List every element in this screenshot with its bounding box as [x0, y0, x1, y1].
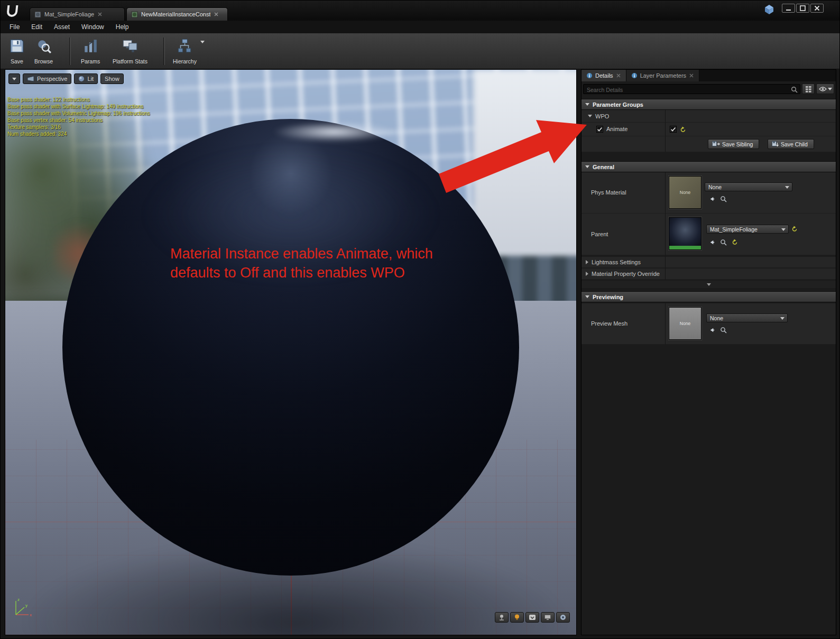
hierarchy-dropdown-caret-icon[interactable] — [200, 41, 205, 43]
property-matrix-button[interactable] — [802, 84, 815, 94]
lit-button[interactable]: Lit — [74, 73, 98, 84]
dial-icon — [559, 614, 567, 621]
perspective-button[interactable]: Perspective — [23, 73, 71, 84]
preview-mesh-combobox[interactable]: None — [706, 313, 788, 322]
animate-value-checkbox[interactable] — [670, 126, 677, 133]
use-selected-arrow-icon[interactable] — [708, 196, 715, 202]
minimize-button[interactable] — [782, 4, 795, 13]
material-instance-asset-icon — [131, 11, 138, 18]
joystick-button[interactable] — [495, 612, 509, 623]
animate-override-checkbox[interactable] — [596, 126, 603, 133]
preview-mesh-thumbnail[interactable]: None — [669, 307, 701, 340]
browse-icon — [36, 38, 52, 54]
save-child-icon — [772, 141, 779, 147]
details-tab-row: Details Layer Parameters — [581, 70, 836, 81]
browse-to-asset-icon[interactable] — [720, 196, 727, 202]
wpo-group-row[interactable]: WPO — [581, 110, 836, 123]
browse-label: Browse — [34, 58, 53, 64]
close-icon[interactable] — [616, 73, 621, 78]
asset-tab-mat-simplefoliage[interactable]: Mat_SimpleFoliage — [30, 7, 125, 21]
tab-label: Layer Parameters — [640, 72, 686, 79]
menu-help[interactable]: Help — [110, 21, 135, 33]
header-label: General — [593, 164, 614, 170]
animate-label: Animate — [606, 126, 627, 132]
close-icon[interactable] — [97, 12, 103, 17]
tab-details[interactable]: Details — [581, 70, 626, 81]
close-window-button[interactable] — [810, 4, 824, 13]
close-icon[interactable] — [689, 73, 694, 78]
save-button[interactable]: Save — [7, 36, 27, 66]
phys-material-combobox[interactable]: None — [705, 182, 792, 191]
parent-combobox[interactable]: Mat_SimpleFoliage — [706, 225, 789, 234]
stat-line: Texture samplers: 3/16 — [7, 124, 150, 131]
lightmass-settings-row[interactable]: Lightmass Settings — [581, 257, 836, 268]
monitor-button[interactable] — [541, 612, 555, 623]
stat-line: Base pass shader with Volumetric Lightma… — [7, 110, 150, 117]
viewport-options-button[interactable] — [8, 73, 20, 84]
annotation-line: defaults to Off and this enables WPO — [170, 263, 433, 282]
preview-mesh-row: Preview Mesh None None — [581, 303, 836, 345]
menu-file[interactable]: File — [4, 21, 25, 33]
details-tab-icon — [586, 72, 593, 79]
use-selected-arrow-icon[interactable] — [708, 327, 715, 334]
platform-stats-button[interactable]: Platform Stats — [110, 36, 150, 66]
axis-gizmo: z x y — [11, 596, 36, 621]
search-details-input[interactable] — [584, 85, 800, 94]
phys-material-row: Phys Material None None — [581, 172, 836, 214]
dial-button[interactable] — [556, 612, 570, 623]
close-icon[interactable] — [214, 12, 219, 17]
menu-edit[interactable]: Edit — [25, 21, 48, 33]
marketplace-icon[interactable] — [763, 4, 775, 15]
save-sibling-button[interactable]: Save Sibling — [708, 139, 759, 149]
toolbar: Save Browse Params Platform Stats Hierar… — [1, 33, 839, 69]
maximize-button[interactable] — [796, 4, 809, 13]
tab-label: Mat_SimpleFoliage — [44, 11, 94, 17]
dropdown-panel-button[interactable] — [525, 612, 539, 623]
monitor-icon — [544, 614, 551, 621]
reset-to-default-icon[interactable] — [732, 239, 738, 245]
view-options-button[interactable] — [816, 84, 834, 94]
menu-window[interactable]: Window — [76, 21, 110, 33]
advanced-expander[interactable] — [581, 281, 836, 288]
platform-stats-label: Platform Stats — [113, 58, 147, 64]
parameter-groups-header[interactable]: Parameter Groups — [581, 99, 836, 110]
toolbar-separator — [163, 38, 165, 65]
phys-material-label: Phys Material — [591, 189, 626, 196]
params-button[interactable]: Params — [79, 36, 102, 66]
tab-label: Details — [595, 72, 613, 79]
tab-layer-parameters[interactable]: Layer Parameters — [626, 70, 699, 81]
hierarchy-button[interactable]: Hierarchy — [171, 36, 199, 66]
combo-value: None — [710, 315, 723, 321]
menu-asset[interactable]: Asset — [48, 21, 76, 33]
previewing-header[interactable]: Previewing — [581, 291, 836, 302]
collapse-arrow-icon — [585, 165, 589, 168]
titlebar: Mat_SimpleFoliage NewMaterialInstanceCon… — [1, 1, 839, 21]
column-divider[interactable] — [665, 172, 666, 280]
show-button[interactable]: Show — [100, 73, 124, 84]
show-label: Show — [105, 76, 119, 82]
use-selected-arrow-icon[interactable] — [708, 239, 715, 246]
browse-button[interactable]: Browse — [32, 36, 55, 66]
asset-tab-new-material-instance[interactable]: NewMaterialInstanceConst — [126, 7, 228, 21]
column-divider[interactable] — [665, 110, 666, 152]
browse-to-asset-icon[interactable] — [720, 239, 727, 246]
annotation-line: Material Instance enables Animate, which — [170, 244, 433, 263]
save-buttons-row: Save Sibling Save Child — [581, 136, 836, 152]
general-header[interactable]: General — [581, 161, 836, 172]
gizmo-y-label: y — [25, 603, 27, 608]
lightmass-settings-label: Lightmass Settings — [592, 259, 641, 265]
reset-to-default-icon[interactable] — [791, 226, 798, 232]
column-divider[interactable] — [665, 303, 666, 345]
lamp-button[interactable] — [510, 612, 524, 623]
eye-icon — [819, 86, 827, 92]
reset-to-default-icon[interactable] — [680, 126, 686, 133]
save-child-button[interactable]: Save Child — [768, 139, 814, 149]
phys-material-thumbnail[interactable]: None — [669, 176, 701, 209]
details-search-row — [581, 81, 836, 96]
browse-to-asset-icon[interactable] — [720, 327, 727, 334]
animate-parameter-row[interactable]: Animate — [581, 123, 836, 136]
perspective-icon — [27, 76, 34, 82]
parent-material-thumbnail[interactable] — [669, 217, 701, 250]
material-property-override-row[interactable]: Material Property Override — [581, 268, 836, 280]
material-preview-viewport[interactable]: Perspective Lit Show Base pass shader: 1… — [5, 69, 577, 635]
